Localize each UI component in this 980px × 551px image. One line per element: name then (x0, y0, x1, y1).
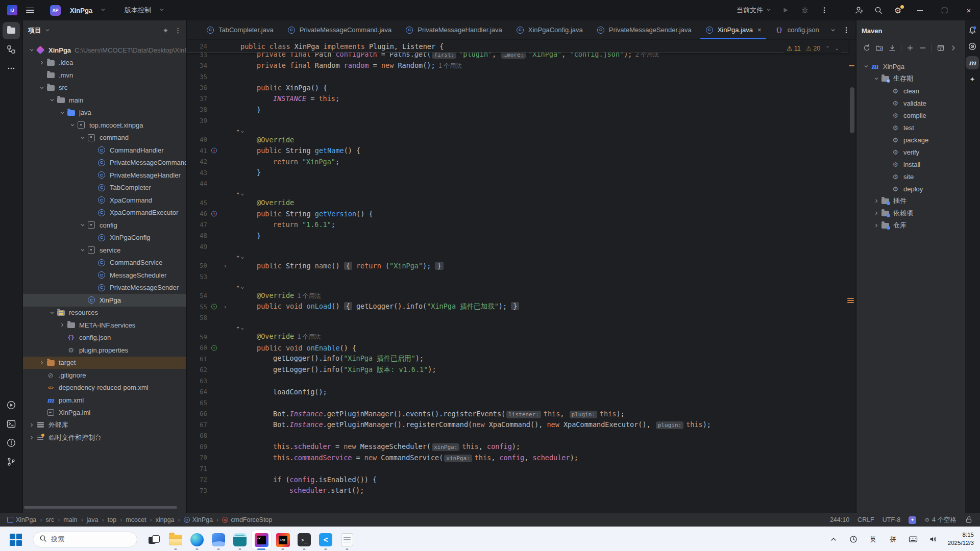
taskbar-app-taskview[interactable] (143, 529, 165, 551)
tree-item-install[interactable]: ⚙install (856, 158, 965, 170)
tree-item-临时文件和控制台[interactable]: 临时文件和控制台 (23, 432, 186, 444)
tab-PrivateMessageCommand.java[interactable]: CPrivateMessageCommand.java (280, 20, 399, 39)
code-with-me-button[interactable] (850, 3, 868, 18)
inspections-widget[interactable]: ⚠ 11 ⚠ 20 ⌃ ⌄ (783, 43, 842, 53)
ai-annotation-row[interactable]: ✦⌄ (187, 252, 848, 260)
tab-XinPga.java[interactable]: CXinPga.java× (698, 20, 768, 39)
tree-item-插件[interactable]: 插件 (856, 195, 965, 207)
code-line-43[interactable]: 43} (187, 167, 848, 179)
more-toolwindow-button[interactable] (3, 60, 20, 77)
code-line-39[interactable]: 39 (187, 115, 848, 127)
tray-clock-icon[interactable] (845, 532, 862, 547)
tab-config.json[interactable]: {}config.json (768, 20, 826, 39)
project-panel-title[interactable]: 项目 (28, 26, 41, 35)
hidden-tabs-chevron-icon[interactable] (830, 27, 836, 33)
tree-item-top.mcocet.xinpga[interactable]: top.mcocet.xinpga (23, 119, 186, 132)
run-toolwindow-button[interactable] (3, 396, 20, 414)
notifications-toolwindow-button[interactable] (966, 23, 979, 37)
breadcrumb-XinPga[interactable]: XinPga (7, 516, 36, 523)
scrollbar-thumb[interactable] (850, 87, 854, 133)
code-line-45[interactable]: 45@Override (187, 197, 848, 209)
project-folder-toolwindow-button[interactable] (3, 22, 20, 39)
maven-download-button[interactable] (888, 44, 896, 52)
tree-item-package[interactable]: ⚙package (856, 134, 965, 146)
chevron-right-icon[interactable] (872, 222, 880, 229)
code-line-54[interactable]: 54@Override 1 个用法 (187, 290, 848, 302)
tab-TabCompleter.java[interactable]: CTabCompleter.java (199, 20, 280, 39)
tree-item-test[interactable]: ⚙test (856, 121, 965, 134)
code-line-59[interactable]: 59@Override 1 个用法 (187, 332, 848, 343)
debug-button[interactable] (796, 3, 814, 18)
breadcrumb-src[interactable]: src (45, 516, 54, 523)
tree-item-config.json[interactable]: {}config.json (23, 332, 186, 344)
vcs-menu[interactable]: 版本控制 (125, 6, 151, 15)
tree-item-validate[interactable]: ⚙validate (856, 97, 965, 109)
chevron-right-icon[interactable] (872, 210, 880, 216)
chevron-down-icon[interactable] (78, 222, 87, 228)
ai-annotation-row[interactable]: ✦⌄ (187, 189, 848, 197)
tree-item-java[interactable]: java (23, 107, 186, 119)
code-line-40[interactable]: 40@Override (187, 134, 848, 145)
maven-build-button[interactable] (875, 44, 884, 52)
tree-item-config[interactable]: config (23, 219, 186, 232)
ai-annotation-row[interactable]: ✦⌄ (187, 282, 848, 290)
fold-arrow-icon[interactable]: › (224, 304, 227, 310)
tree-item-command[interactable]: command (23, 132, 186, 144)
code-line-37[interactable]: 37INSTANCE = this; (187, 93, 848, 105)
structure-toolwindow-button[interactable] (3, 41, 20, 58)
tree-item-verify[interactable]: ⚙verify (856, 146, 965, 158)
maven-plus-button[interactable] (906, 44, 914, 52)
tree-item-依赖项[interactable]: 依赖项 (856, 207, 965, 219)
maven-panel-button[interactable] (937, 44, 945, 52)
taskbar-app-start[interactable] (5, 529, 27, 551)
code-line-61[interactable]: 61getLogger().info("XinPga 插件已启用"); (187, 354, 848, 365)
speaker-icon[interactable] (925, 532, 941, 547)
code-line-72[interactable]: 72if (config.isEnabled()) { (187, 474, 848, 485)
window-close-button[interactable]: × (958, 0, 980, 20)
chevron-down-icon[interactable] (27, 47, 36, 53)
tree-item-main[interactable]: main (23, 94, 186, 107)
tree-item-PrivateMessageHandler[interactable]: CPrivateMessageHandler (23, 169, 186, 182)
tree-item-.gitignore[interactable]: ⊘.gitignore (23, 369, 186, 382)
code-line-64[interactable]: 64loadConfig(); (187, 386, 848, 397)
tree-item-PrivateMessageSender[interactable]: CPrivateMessageSender (23, 282, 186, 294)
file-encoding[interactable]: UTF-8 (883, 516, 900, 523)
breadcrumb-cmdForceStop[interactable]: mcmdForceStop (222, 516, 272, 523)
tree-item-XinPga.iml[interactable]: XinPga.iml (23, 407, 186, 419)
ai-annotation-row[interactable]: ✦⌄ (187, 126, 848, 134)
taskbar-app-vscode[interactable]: < (315, 529, 336, 551)
chevron-right-icon[interactable] (27, 435, 36, 441)
window-minimize-button[interactable] (909, 0, 931, 20)
fold-arrow-icon[interactable]: › (224, 262, 227, 269)
radar-toolwindow-button[interactable] (966, 40, 979, 53)
tree-item-CommandService[interactable]: CCommandService (23, 257, 186, 269)
tree-item-XinPga[interactable]: XinPgaC:\Users\MCOCET\Data\Desktop\XinP (23, 44, 186, 57)
tree-item-生存期[interactable]: ⚙生存期 (856, 72, 965, 85)
tree-item-deploy[interactable]: ⚙deploy (856, 183, 965, 195)
taskbar-app-media[interactable] (208, 529, 229, 551)
tab-PrivateMessageSender.java[interactable]: CPrivateMessageSender.java (590, 20, 698, 39)
ai-annotation-row[interactable]: ✦⌄ (187, 323, 848, 332)
code-line-49[interactable]: 49 (187, 241, 848, 253)
caret-position[interactable]: 244:10 (830, 516, 849, 523)
tree-item-MessageScheduler[interactable]: CMessageScheduler (23, 269, 186, 282)
run-button[interactable] (777, 3, 794, 18)
tab-close-icon[interactable]: × (757, 26, 762, 34)
chevron-right-icon[interactable] (37, 360, 46, 366)
code-line-60[interactable]: 60↑public void onEnable() { (187, 342, 848, 354)
tree-item-CommandHandler[interactable]: CCommandHandler (23, 144, 186, 157)
tree-item-target[interactable]: target (23, 357, 186, 369)
settings-button[interactable]: ⚙ (889, 3, 906, 18)
tree-item-XpaCommandExecutor[interactable]: CXpaCommandExecutor (23, 207, 186, 219)
chevron-right-icon[interactable] (27, 422, 36, 428)
code-area[interactable]: 32private CommandService commandService;… (187, 40, 855, 513)
code-line-67[interactable]: 67Bot.Instance.getPluginManager().regist… (187, 419, 848, 431)
ai-assistant-status-icon[interactable]: ✦ (909, 516, 916, 524)
code-line-70[interactable]: 70this.commandService = new CommandServi… (187, 452, 848, 463)
tree-item-src[interactable]: src (23, 82, 186, 94)
code-line-53[interactable]: 53 (187, 271, 848, 283)
override-marker-icon[interactable]: ↑ (211, 148, 217, 154)
code-line-41[interactable]: 41↑public String getName() { (187, 145, 848, 157)
indent-status[interactable]: ⚙ 4 个空格 (924, 516, 957, 524)
taskbar-app-notepad[interactable] (336, 529, 358, 551)
